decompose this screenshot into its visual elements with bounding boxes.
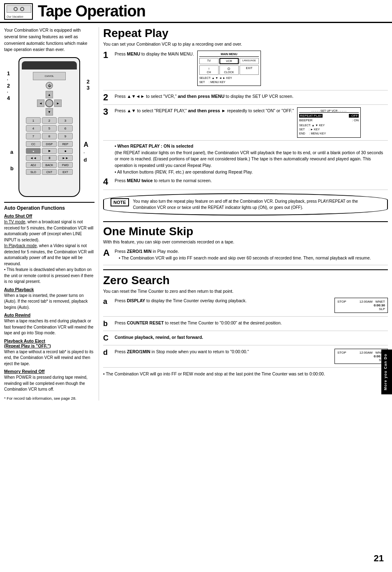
num-2: 2 [42, 117, 57, 124]
zero-content-c: Continue playback, rewind, or fast forwa… [115, 334, 388, 341]
fn-adj: ADJ [26, 162, 41, 168]
intro-text: Your Combination VCR is equipped with se… [4, 27, 95, 53]
remote-fn-row4: SLO CNT EXT [26, 169, 73, 175]
remote-transport-row: ◄◄ ⏸ ►► [26, 155, 73, 161]
page-number: 21 [374, 553, 384, 564]
fn-ext: EXT [58, 169, 73, 175]
btn-rew: ◄◄ [26, 155, 41, 161]
setup-row-repeat: REPEAT PLAY : OFF [299, 114, 359, 118]
setup-select-text: SELECT: ▲ ▼ KEY SET : ► KEY END : MENU K… [299, 123, 359, 135]
zero-letter-b: b [103, 320, 115, 327]
menu-cell-clock: ⊙CLOCK [219, 65, 239, 75]
fn-rep: REP [58, 141, 73, 147]
remote-label-a: a [10, 149, 13, 155]
fn-stop: ■ [58, 148, 73, 154]
zero-step-a: a Press DISPLAY to display the Time Coun… [103, 298, 388, 317]
remote-label-b: b [10, 165, 14, 171]
auto-operation-section: Auto Operation Functions Auto Shut Off I… [4, 202, 95, 401]
icon-label: Our Vacation [7, 15, 23, 18]
one-minute-skip-title: One Minute Skip [103, 225, 388, 238]
auto-shut-off-title: Auto Shut Off [4, 213, 95, 218]
menu-select-text: SELECT: ▲ ▼ ◄ ► KEYSET : MENU KEY [199, 76, 259, 84]
step-num-4: 4 [103, 177, 115, 186]
setup-repeat-play-value: : OFF [349, 114, 359, 118]
remote-power-btn: ⏻ [46, 82, 53, 89]
setup-beeper-label: BEEPER [299, 118, 312, 122]
left-column: Your Combination VCR is equipped with se… [4, 27, 99, 401]
when-repeat-play-selected: • When REPEAT PLAY : ON is selected (the… [115, 143, 388, 176]
step-content-4: Press MENU twice to return to the normal… [115, 177, 388, 184]
remote-fn-row1: CC DISP REP [26, 141, 73, 147]
playback-auto-eject-text: When a tape without a record tab* is pla… [4, 349, 95, 367]
fn-play: ▶ [42, 148, 57, 154]
num-9: 9 [58, 133, 73, 139]
zero-letter-d: d [103, 349, 115, 356]
zero-step-d: d Press ZERO/1MIN in Stop mode when you … [103, 349, 388, 368]
zero-letter-a: a [103, 298, 115, 305]
step-num-3: 3 [103, 107, 115, 116]
main-layout: Your Combination VCR is equipped with se… [0, 27, 392, 401]
one-min-step-a: A Press ZERO/1 MIN in Play mode. • The C… [103, 248, 388, 265]
fn-cc: CC [26, 141, 41, 147]
main-menu-grid-2: ↑CH ⊙CLOCK EXIT [199, 65, 259, 75]
one-min-letter-a: A [103, 248, 115, 257]
step-num-2: 2 [103, 93, 115, 102]
zero-letter-c: C [103, 334, 115, 342]
step-num-1: 1 [103, 51, 115, 60]
main-menu-title: MAIN MENU [199, 53, 259, 57]
dpad-center [45, 99, 53, 107]
setup-vcr-box: - - - - - SET UP VCR - - - - - REPEAT PL… [297, 107, 361, 137]
repeat-play-title: Repeat Play [103, 27, 388, 40]
zero-screen-d: STOP 12:00AM WNET 0:00:00 SLP [334, 349, 388, 364]
remote-screen: CH/VOL [33, 72, 66, 80]
playback-auto-eject-title: Playback Auto Eject(Repeat Play is "OFF.… [4, 338, 95, 348]
fn-back: BACK [42, 162, 57, 168]
setup-repeat-play-label: REPEAT PLAY [299, 114, 323, 118]
btn-pause: ⏸ [42, 155, 57, 161]
repeat-play-step-1: 1 Press MENU to display the MAIN MENU. M… [103, 51, 388, 91]
dpad-up: ▲ [46, 91, 53, 98]
main-menu-box: MAIN MENU TV VCR LANGUAGE ↑CH [197, 51, 261, 86]
repeat-play-step-3: 3 Press ▲▼ to select "REPEAT PLAY," and … [103, 107, 388, 140]
menu-cell-vcr: VCR [219, 58, 239, 64]
fn-cnt: CNT [42, 169, 57, 175]
note-text: You may also turn the repeat play featur… [133, 198, 380, 211]
one-minute-skip-section: One Minute Skip With this feature, you c… [103, 225, 388, 265]
remote-numpad: 1 2 3 4 5 6 7 8 9 [26, 117, 73, 139]
num-8: 8 [42, 133, 57, 139]
btn-ff: ►► [58, 155, 73, 161]
dpad-down: ▼ [46, 108, 53, 116]
screen-a-time: 12:00AM WNET [360, 300, 385, 303]
dpad-right: ► [54, 100, 62, 107]
setup-vcr-box-container: - - - - - SET UP VCR - - - - - REPEAT PL… [297, 107, 361, 137]
num-4: 4 [26, 125, 41, 132]
section-divider-2 [103, 269, 388, 270]
num-3: 3 [58, 117, 73, 124]
setup-row-beeper: BEEPER : ON [299, 118, 359, 122]
zero-search-title: Zero Search [103, 274, 388, 287]
remote-dpad: ▲ ▼ ◄ ► [37, 91, 62, 116]
fn-rec: ● [26, 148, 41, 154]
one-minute-skip-subtitle: With this feature, you can skip over com… [103, 239, 388, 244]
remote-top-bar [22, 61, 77, 69]
memory-rewind-text: When POWER is pressed during tape rewind… [4, 375, 95, 393]
zero-search-final-bullet: The Combination VCR will go into FF or R… [107, 371, 388, 377]
auto-ops-title: Auto Operation Functions [4, 205, 95, 211]
page-title: Tape Operation [38, 2, 145, 20]
remote-label-A: A·d [83, 141, 88, 163]
step-content-2: Press ▲▼◄► to select "VCR," and then pre… [115, 93, 293, 100]
remote-body: 1·2·4 23 CH/VOL ⏻ ▲ ▼ ◄ ► [18, 57, 80, 197]
repeat-play-step-4: 4 Press MENU twice to return to the norm… [103, 177, 388, 190]
repeat-play-section: Repeat Play You can set your Combination… [103, 27, 388, 215]
auto-shut-off-text: In TV mode, when a broadcast signal is n… [4, 219, 95, 285]
repeat-play-step-2: 2 Press ▲▼◄► to select "VCR," and then p… [103, 93, 388, 105]
num-5: 5 [42, 125, 57, 132]
setup-beeper-value: : ON [352, 118, 359, 122]
zero-content-a: Press DISPLAY to display the Time Counte… [115, 298, 331, 304]
section-divider-1 [103, 221, 388, 222]
menu-cell-tv: TV [199, 58, 219, 64]
side-tab: More you Can Do [381, 350, 392, 394]
remote-diagram: 1·2·4 23 CH/VOL ⏻ ▲ ▼ ◄ ► [8, 57, 90, 197]
note-box: NOTE You may also turn the repeat play f… [103, 193, 388, 215]
zero-search-section: Zero Search You can reset the Time Count… [103, 274, 388, 377]
